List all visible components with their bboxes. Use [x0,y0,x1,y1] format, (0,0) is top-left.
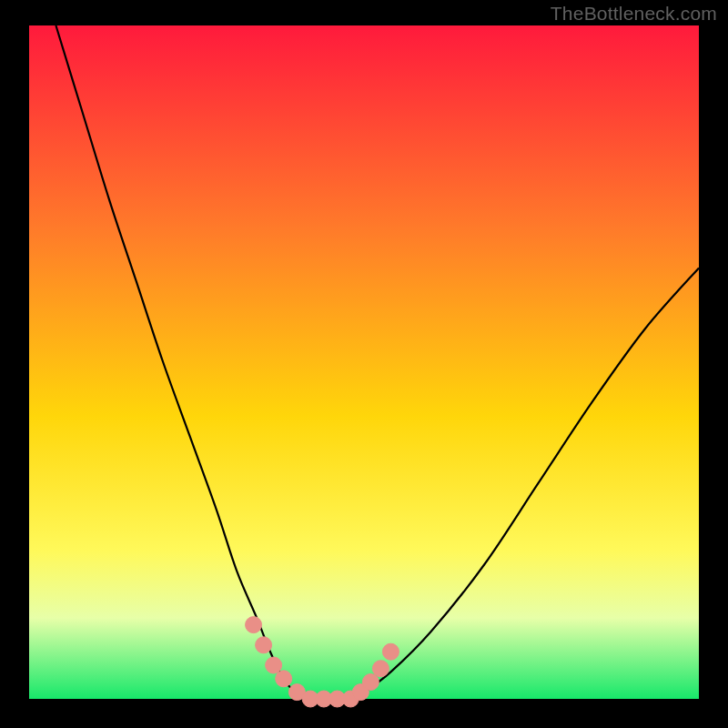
bottleneck-chart [0,0,728,728]
marker-dot [362,674,379,691]
chart-frame: { "watermark": "TheBottleneck.com", "col… [0,0,728,728]
marker-dot [266,657,282,673]
marker-dot [382,643,399,660]
marker-dot [276,671,292,687]
marker-dot [256,637,272,653]
watermark-text: TheBottleneck.com [551,3,717,25]
gradient-background [29,25,699,699]
marker-dot [246,617,262,633]
marker-dot [372,661,389,677]
